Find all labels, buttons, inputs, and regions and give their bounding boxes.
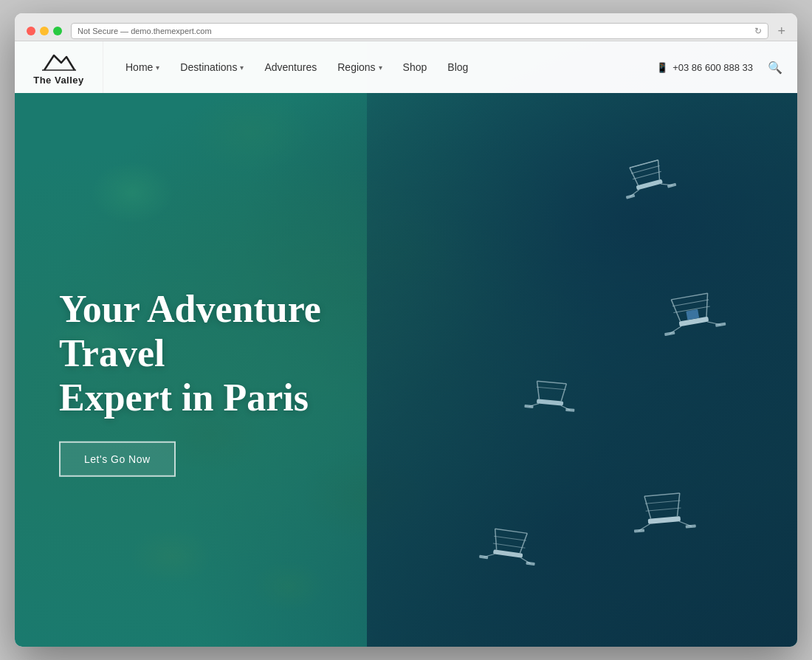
hero-content: Your Adventure Travel Expert in Paris Le… xyxy=(59,287,428,477)
svg-line-23 xyxy=(535,381,540,399)
svg-rect-30 xyxy=(565,408,574,412)
svg-rect-22 xyxy=(537,399,563,405)
refresh-icon[interactable]: ↻ xyxy=(754,26,762,36)
nav-adventures[interactable]: Adventures xyxy=(264,61,317,73)
svg-line-13 xyxy=(671,299,680,323)
close-button[interactable] xyxy=(27,27,35,35)
nav-links: Home ▾ Destinations ▾ Adventures Regions… xyxy=(103,61,656,73)
svg-rect-49 xyxy=(634,529,644,532)
website-content: The Valley Home ▾ Destinations ▾ Adventu… xyxy=(15,41,797,647)
nav-destinations[interactable]: Destinations ▾ xyxy=(180,61,244,73)
svg-line-32 xyxy=(492,529,500,550)
svg-line-6 xyxy=(633,171,661,179)
svg-rect-41 xyxy=(648,516,681,524)
svg-line-42 xyxy=(644,496,651,519)
svg-line-45 xyxy=(645,501,681,503)
svg-rect-31 xyxy=(493,549,523,558)
nav-right: 📱 +03 86 600 888 33 🔍 xyxy=(656,61,797,75)
svg-line-14 xyxy=(703,293,712,317)
svg-line-5 xyxy=(631,166,660,173)
svg-line-35 xyxy=(494,536,526,540)
maximize-button[interactable] xyxy=(53,27,62,35)
svg-line-46 xyxy=(646,508,681,511)
svg-rect-20 xyxy=(664,331,675,336)
svg-line-1 xyxy=(630,167,639,186)
hero-title: Your Adventure Travel Expert in Paris xyxy=(59,287,428,419)
svg-line-26 xyxy=(537,387,566,389)
home-dropdown-arrow: ▾ xyxy=(156,63,159,72)
new-tab-button[interactable]: + xyxy=(777,24,785,38)
svg-rect-10 xyxy=(667,183,677,188)
nav-blog[interactable]: Blog xyxy=(447,61,468,73)
svg-line-24 xyxy=(561,383,566,401)
svg-line-15 xyxy=(671,293,707,300)
cta-button[interactable]: Let's Go Now xyxy=(59,441,176,477)
svg-rect-21 xyxy=(715,323,726,327)
navbar: The Valley Home ▾ Destinations ▾ Adventu… xyxy=(15,41,797,93)
search-button[interactable]: 🔍 xyxy=(768,61,782,75)
svg-line-33 xyxy=(520,533,527,554)
svg-line-36 xyxy=(493,543,526,548)
boat-3 xyxy=(524,380,577,412)
address-text: Not Secure — demo.themexpert.com xyxy=(78,27,212,35)
svg-line-4 xyxy=(630,160,658,168)
svg-line-16 xyxy=(672,300,709,306)
regions-dropdown-arrow: ▾ xyxy=(379,63,382,72)
logo-icon xyxy=(41,49,78,73)
boat-2 xyxy=(659,291,726,336)
phone-icon: 📱 xyxy=(656,62,668,73)
svg-line-25 xyxy=(537,381,567,383)
minimize-button[interactable] xyxy=(40,27,49,35)
nav-shop[interactable]: Shop xyxy=(403,61,427,73)
svg-line-2 xyxy=(655,160,664,179)
traffic-lights xyxy=(27,27,62,35)
svg-rect-39 xyxy=(479,555,488,560)
nav-home[interactable]: Home ▾ xyxy=(125,61,159,73)
browser-chrome: Not Secure — demo.themexpert.com ↻ + xyxy=(15,13,797,41)
phone-number: 📱 +03 86 600 888 33 xyxy=(656,62,753,73)
boat-1 xyxy=(619,157,676,199)
svg-line-34 xyxy=(495,529,528,533)
nav-regions[interactable]: Regions ▾ xyxy=(337,61,382,73)
svg-line-44 xyxy=(644,493,680,496)
svg-rect-40 xyxy=(526,562,534,566)
logo[interactable]: The Valley xyxy=(15,41,103,93)
browser-window: Not Secure — demo.themexpert.com ↻ + xyxy=(15,13,797,647)
svg-line-43 xyxy=(675,493,682,516)
boat-5 xyxy=(631,492,696,532)
logo-text: The Valley xyxy=(33,75,84,86)
svg-rect-9 xyxy=(626,194,636,199)
boat-4 xyxy=(479,527,539,566)
address-bar[interactable]: Not Secure — demo.themexpert.com ↻ xyxy=(71,23,768,39)
svg-rect-0 xyxy=(636,179,663,190)
destinations-dropdown-arrow: ▾ xyxy=(240,63,244,72)
